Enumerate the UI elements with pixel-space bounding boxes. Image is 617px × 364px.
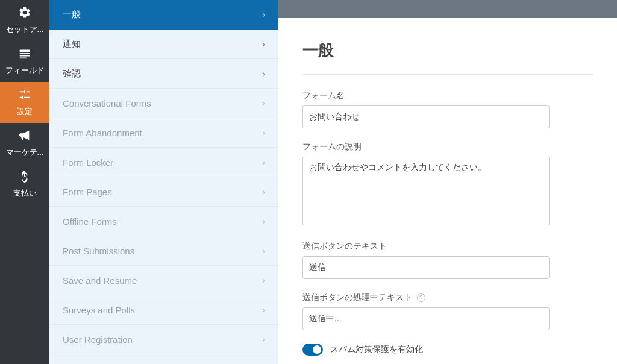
chevron-right-icon: › [262, 157, 265, 167]
field-submit-progress: 送信ボタンの処理中テキスト ? [302, 292, 593, 330]
subpanel-item-conversational[interactable]: Conversational Forms › [49, 89, 278, 118]
subpanel-item-abandonment[interactable]: Form Abandonment › [49, 118, 278, 148]
rail-label: セットア... [6, 24, 44, 35]
bullhorn-icon [18, 129, 31, 144]
chevron-right-icon: › [262, 334, 265, 344]
form-icon [18, 47, 31, 62]
app-root: セットア... フィールド 設定 マーケテ... 支払い [0, 0, 617, 364]
submit-progress-label-text: 送信ボタンの処理中テキスト [302, 292, 412, 302]
toggle-spam-row: スパム対策保護を有効化 [302, 344, 593, 356]
subpanel-label: Conversational Forms [63, 98, 151, 108]
rail-item-payments[interactable]: 支払い [0, 164, 49, 205]
subpanel-item-pages[interactable]: Form Pages › [49, 177, 278, 207]
subpanel-item-post[interactable]: Post Submissions › [49, 236, 278, 266]
subpanel-item-general[interactable]: 一般 › [49, 0, 278, 30]
help-icon[interactable]: ? [417, 293, 425, 302]
field-submit-text: 送信ボタンのテキスト [302, 241, 593, 279]
sliders-icon [18, 88, 31, 103]
chevron-right-icon: › [262, 69, 265, 78]
subpanel-item-save-resume[interactable]: Save and Resume › [49, 266, 278, 295]
chevron-right-icon: › [262, 305, 265, 315]
chevron-right-icon: › [262, 10, 265, 19]
submit-progress-input[interactable] [302, 307, 550, 330]
rail-item-setup[interactable]: セットア... [0, 0, 49, 41]
field-form-desc: フォームの説明 お問い合わせやコメントを入力してください。 [302, 142, 593, 228]
toggle-spam[interactable] [302, 344, 323, 356]
chevron-right-icon: › [262, 187, 265, 196]
content-wrap: 一般 フォーム名 フォームの説明 お問い合わせやコメントを入力してください。 送… [278, 0, 617, 364]
submit-text-label: 送信ボタンのテキスト [302, 241, 593, 252]
rail-item-fields[interactable]: フィールド [0, 41, 49, 82]
chevron-right-icon: › [262, 98, 265, 108]
rail-label: 支払い [13, 188, 37, 199]
rail-item-settings[interactable]: 設定 [0, 82, 49, 123]
form-desc-label: フォームの説明 [302, 142, 593, 152]
chevron-right-icon: › [262, 216, 265, 226]
subpanel-label: 確認 [63, 68, 81, 80]
gear-icon [18, 6, 31, 21]
rail: セットア... フィールド 設定 マーケテ... 支払い [0, 0, 49, 364]
dollar-icon [18, 170, 31, 185]
subpanel-label: Save and Resume [63, 275, 137, 286]
content: 一般 フォーム名 フォームの説明 お問い合わせやコメントを入力してください。 送… [278, 18, 617, 364]
submit-text-input[interactable] [302, 256, 550, 279]
rail-item-marketing[interactable]: マーケテ... [0, 123, 49, 164]
form-desc-input[interactable]: お問い合わせやコメントを入力してください。 [302, 157, 550, 225]
chevron-right-icon: › [262, 128, 265, 137]
chevron-right-icon: › [262, 39, 265, 49]
subpanel-item-surveys[interactable]: Surveys and Polls › [49, 295, 278, 325]
field-form-name: フォーム名 [302, 90, 593, 128]
submit-progress-label: 送信ボタンの処理中テキスト ? [302, 292, 593, 303]
rail-label: マーケテ... [6, 147, 44, 158]
chevron-right-icon: › [262, 275, 265, 285]
subpanel-label: Post Submissions [63, 246, 134, 256]
subpanel-label: Surveys and Polls [63, 305, 135, 315]
subpanel-item-confirmations[interactable]: 確認 › [49, 59, 278, 89]
form-name-label: フォーム名 [302, 90, 593, 101]
subpanel-item-notifications[interactable]: 通知 › [49, 30, 278, 59]
subpanel-label: Offline Forms [63, 216, 117, 227]
toggle-spam-label: スパム対策保護を有効化 [330, 344, 423, 355]
subpanel-label: 通知 [63, 39, 81, 50]
settings-subpanel: 一般 › 通知 › 確認 › Conversational Forms › Fo… [49, 0, 278, 364]
subpanel-label: User Registration [63, 334, 133, 345]
subpanel-label: 一般 [63, 9, 81, 20]
subpanel-label: Form Abandonment [63, 128, 142, 138]
subpanel-label: Form Pages [63, 187, 112, 197]
subpanel-item-user-reg[interactable]: User Registration › [49, 325, 278, 354]
rail-label: 設定 [17, 106, 33, 117]
form-name-input[interactable] [302, 105, 550, 128]
subpanel-item-offline[interactable]: Offline Forms › [49, 207, 278, 236]
subpanel-label: Form Locker [63, 157, 113, 168]
rail-label: フィールド [5, 65, 45, 76]
subpanel-item-locker[interactable]: Form Locker › [49, 148, 278, 177]
page-title: 一般 [302, 40, 593, 75]
chevron-right-icon: › [262, 246, 265, 256]
